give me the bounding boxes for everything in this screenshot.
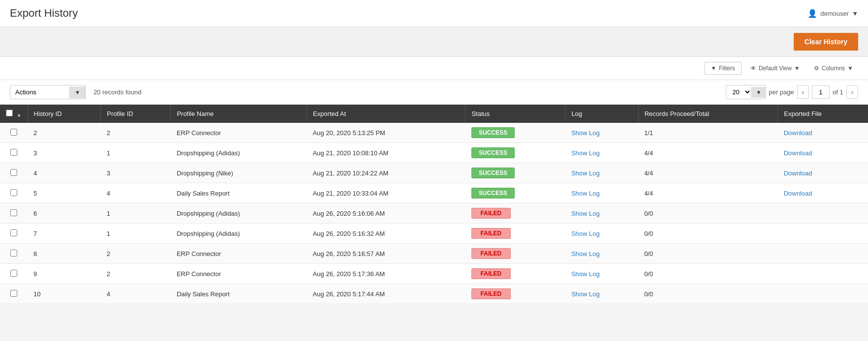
status-badge: FAILED <box>471 288 511 299</box>
table-row: 9 2 ERP Connector Aug 26, 2020 5:17:36 A… <box>0 264 868 284</box>
table-row: 4 3 Dropshipping (Nike) Aug 21, 2020 10:… <box>0 163 868 183</box>
cell-exported-file: Download <box>778 163 868 183</box>
cell-profile-id: 1 <box>101 224 171 244</box>
cell-log: Show Log <box>565 244 638 264</box>
cell-profile-name: ERP Connector <box>171 244 307 264</box>
status-badge: FAILED <box>471 268 511 279</box>
row-checkbox-3[interactable] <box>10 149 17 156</box>
th-records: Records Proceed/Total <box>638 105 778 123</box>
row-checkbox-8[interactable] <box>10 250 17 256</box>
filters-label: Filters <box>719 65 735 72</box>
cell-profile-id: 2 <box>101 123 171 143</box>
th-log: Log <box>565 105 638 123</box>
cell-exported-at: Aug 26, 2020 5:16:57 AM <box>307 244 465 264</box>
cell-log: Show Log <box>565 183 638 203</box>
row-checkbox-4[interactable] <box>10 169 17 176</box>
row-checkbox-cell <box>0 203 28 224</box>
select-all-checkbox[interactable] <box>6 110 13 116</box>
page-of-label: of 1 <box>833 88 843 96</box>
th-profile-name: Profile Name <box>171 105 307 123</box>
th-profile-id: Profile ID <box>101 105 171 123</box>
table-row: 10 4 Daily Sales Report Aug 26, 2020 5:1… <box>0 284 868 304</box>
cell-log: Show Log <box>565 203 638 224</box>
download-link[interactable]: Download <box>784 190 812 197</box>
actions-dropdown-arrow[interactable]: ▼ <box>69 86 85 98</box>
row-checkbox-6[interactable] <box>10 209 17 216</box>
cell-profile-name: Daily Sales Report <box>171 183 307 203</box>
user-menu[interactable]: 👤 demouser ▼ <box>807 9 858 18</box>
prev-page-button[interactable]: ‹ <box>797 85 809 99</box>
cell-exported-at: Aug 26, 2020 5:17:36 AM <box>307 264 465 284</box>
row-checkbox-7[interactable] <box>10 229 17 236</box>
cell-status: FAILED <box>465 203 565 224</box>
toolbar-bar: Clear History <box>0 27 868 57</box>
table-row: 5 4 Daily Sales Report Aug 21, 2020 10:3… <box>0 183 868 203</box>
show-log-link[interactable]: Show Log <box>571 149 600 157</box>
filter-bar: ▼ Filters 👁 Default View ▼ ⚙ Columns ▼ <box>0 57 868 80</box>
row-checkbox-cell <box>0 284 28 304</box>
status-badge: SUCCESS <box>471 188 515 199</box>
cell-exported-file <box>778 284 868 304</box>
status-badge: SUCCESS <box>471 127 515 138</box>
per-page-label: per page <box>769 88 794 96</box>
show-log-link[interactable]: Show Log <box>571 250 600 257</box>
cell-profile-id: 4 <box>101 284 171 304</box>
columns-button[interactable]: ⚙ Columns ▼ <box>809 62 858 75</box>
th-select-all: ▲ <box>0 105 28 123</box>
show-log-link[interactable]: Show Log <box>571 170 600 177</box>
row-checkbox-2[interactable] <box>10 129 17 136</box>
table-row: 3 1 Dropshipping (Adidas) Aug 21, 2020 1… <box>0 143 868 163</box>
cell-profile-name: Dropshipping (Nike) <box>171 163 307 183</box>
download-link[interactable]: Download <box>784 129 812 137</box>
show-log-link[interactable]: Show Log <box>571 290 600 298</box>
actions-dropdown[interactable]: Actions <box>10 85 69 99</box>
cell-profile-id: 3 <box>101 163 171 183</box>
th-status: Status <box>465 105 565 123</box>
per-page-select-wrapper: 20 ▼ <box>726 85 766 99</box>
sort-icon: ▲ <box>17 112 22 117</box>
show-log-link[interactable]: Show Log <box>571 190 600 197</box>
per-page-dropdown-arrow[interactable]: ▼ <box>751 87 765 98</box>
cell-log: Show Log <box>565 143 638 163</box>
row-checkbox-5[interactable] <box>10 189 17 196</box>
show-log-link[interactable]: Show Log <box>571 270 600 278</box>
table-row: 6 1 Dropshipping (Adidas) Aug 26, 2020 5… <box>0 203 868 224</box>
cell-profile-name: ERP Connector <box>171 123 307 143</box>
per-page-dropdown[interactable]: 20 <box>726 85 751 99</box>
cell-history-id: 5 <box>28 183 101 203</box>
cell-history-id: 8 <box>28 244 101 264</box>
row-checkbox-9[interactable] <box>10 270 17 277</box>
cell-records: 4/4 <box>638 163 778 183</box>
download-link[interactable]: Download <box>784 170 812 177</box>
cell-status: SUCCESS <box>465 183 565 203</box>
show-log-link[interactable]: Show Log <box>571 230 600 237</box>
row-checkbox-10[interactable] <box>10 290 17 297</box>
actions-select-wrapper: Actions ▼ <box>10 85 86 99</box>
cell-history-id: 6 <box>28 203 101 224</box>
show-log-link[interactable]: Show Log <box>571 129 600 137</box>
cell-status: FAILED <box>465 264 565 284</box>
next-page-button[interactable]: › <box>846 85 858 99</box>
cell-status: FAILED <box>465 244 565 264</box>
user-dropdown-icon: ▼ <box>852 10 858 17</box>
gear-icon: ⚙ <box>814 65 819 72</box>
filters-button[interactable]: ▼ Filters <box>704 62 742 75</box>
cell-status: FAILED <box>465 284 565 304</box>
cell-status: FAILED <box>465 224 565 244</box>
row-checkbox-cell <box>0 224 28 244</box>
default-view-button[interactable]: 👁 Default View ▼ <box>745 62 805 75</box>
cell-profile-name: Dropshipping (Adidas) <box>171 143 307 163</box>
cell-profile-name: Daily Sales Report <box>171 284 307 304</box>
cell-exported-file <box>778 203 868 224</box>
show-log-link[interactable]: Show Log <box>571 210 600 217</box>
page-number-input[interactable] <box>812 85 830 99</box>
records-count: 20 records found <box>93 88 142 96</box>
row-checkbox-cell <box>0 123 28 143</box>
row-checkbox-cell <box>0 264 28 284</box>
clear-history-button[interactable]: Clear History <box>794 33 858 51</box>
page-title: Export History <box>10 7 78 20</box>
cell-profile-id: 2 <box>101 244 171 264</box>
cell-log: Show Log <box>565 264 638 284</box>
download-link[interactable]: Download <box>784 149 812 157</box>
cell-exported-file <box>778 224 868 244</box>
